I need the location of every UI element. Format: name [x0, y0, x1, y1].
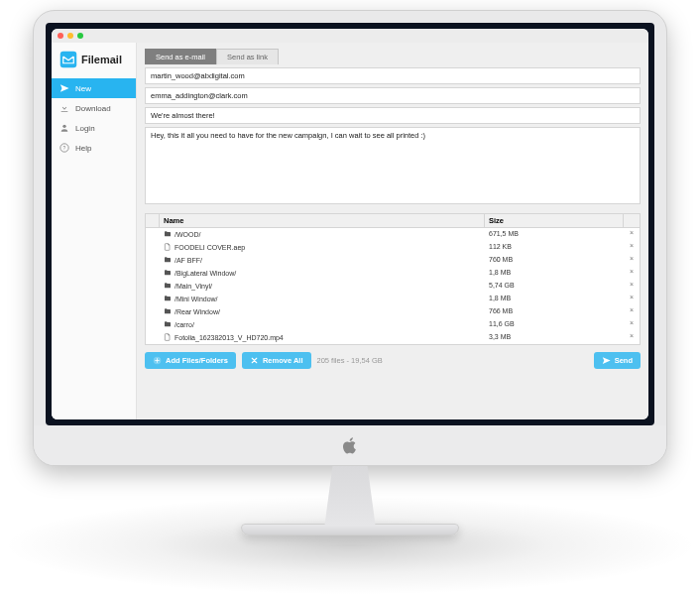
- plus-icon: [153, 356, 162, 365]
- folder-icon: [164, 307, 172, 316]
- filemail-logo-icon: [59, 51, 77, 68]
- paper-plane-icon: [602, 356, 611, 365]
- button-label: Send: [615, 356, 633, 365]
- from-field[interactable]: [145, 87, 641, 104]
- sidebar-item-label: Help: [75, 144, 91, 153]
- file-size: 3,3 MB: [485, 332, 624, 343]
- to-field[interactable]: [145, 67, 641, 84]
- sidebar: Filemail New Download Login: [52, 43, 137, 419]
- sidebar-item-label: New: [75, 84, 91, 93]
- close-icon[interactable]: [58, 33, 63, 39]
- table-row[interactable]: /Mini Window/1,8 MB×: [146, 293, 640, 305]
- folder-icon: [164, 320, 172, 329]
- folder-icon: [164, 295, 172, 303]
- tab-send-email[interactable]: Send as e-mail: [145, 49, 216, 64]
- file-size: 112 KB: [485, 242, 624, 253]
- folder-icon: [164, 230, 172, 239]
- file-icon: [164, 333, 172, 342]
- remove-row-button[interactable]: ×: [624, 306, 640, 317]
- sidebar-item-help[interactable]: ? Help: [52, 138, 136, 158]
- remove-row-button[interactable]: ×: [624, 242, 640, 253]
- maximize-icon[interactable]: [77, 33, 83, 39]
- file-name: /BigLateral Window/: [175, 270, 236, 277]
- file-name: /carro/: [175, 321, 194, 328]
- remove-row-button[interactable]: ×: [624, 281, 640, 292]
- main-panel: Send as e-mail Send as link Name: [137, 43, 648, 419]
- file-size: 1,8 MB: [485, 294, 624, 304]
- folder-icon: [164, 269, 172, 278]
- window-titlebar: [52, 29, 648, 43]
- table-row[interactable]: /WOOD/671,5 MB×: [146, 228, 640, 241]
- button-label: Add Files/Folders: [166, 356, 228, 365]
- file-name: /Rear Window/: [175, 308, 220, 315]
- imac-frame: Filemail New Download Login: [33, 10, 667, 536]
- remove-row-button[interactable]: ×: [624, 255, 640, 266]
- file-size: 11,6 GB: [485, 319, 624, 330]
- table-row[interactable]: /AF BFF/760 MB×: [146, 254, 640, 267]
- sidebar-item-new[interactable]: New: [52, 78, 136, 98]
- sidebar-item-download[interactable]: Download: [52, 98, 136, 118]
- file-size: 671,5 MB: [485, 229, 624, 240]
- sidebar-item-login[interactable]: Login: [52, 118, 136, 138]
- folder-icon: [164, 282, 172, 291]
- file-name: /Mini Window/: [175, 296, 218, 302]
- tab-send-link[interactable]: Send as link: [216, 49, 279, 64]
- brand-name: Filemail: [81, 54, 122, 65]
- file-size: 1,8 MB: [485, 268, 624, 279]
- add-files-button[interactable]: Add Files/Folders: [145, 352, 236, 369]
- file-size: 760 MB: [485, 255, 624, 266]
- table-row[interactable]: /carro/11,6 GB×: [146, 318, 640, 331]
- table-row[interactable]: FOODELI COVER.aep112 KB×: [146, 241, 640, 254]
- table-header: Name Size: [146, 214, 640, 228]
- svg-point-1: [62, 125, 65, 128]
- remove-row-button[interactable]: ×: [624, 332, 640, 343]
- download-icon: [59, 103, 69, 113]
- send-mode-tabs: Send as e-mail Send as link: [145, 49, 641, 64]
- file-summary: 205 files - 19,54 GB: [317, 356, 383, 365]
- file-name: /Main_Vinyl/: [175, 283, 212, 290]
- file-name: Fotolia_162382013_V_HD720.mp4: [175, 334, 284, 341]
- minimize-icon[interactable]: [67, 33, 73, 39]
- table-row[interactable]: /Rear Window/766 MB×: [146, 305, 640, 318]
- button-label: Remove All: [263, 356, 303, 365]
- apple-logo-icon: [340, 433, 360, 457]
- remove-row-button[interactable]: ×: [624, 294, 640, 304]
- col-size[interactable]: Size: [485, 214, 624, 227]
- file-name: FOODELI COVER.aep: [175, 244, 245, 251]
- remove-row-button[interactable]: ×: [624, 268, 640, 279]
- folder-icon: [164, 256, 172, 265]
- table-row[interactable]: Fotolia_162382013_V_HD720.mp43,3 MB×: [146, 331, 640, 344]
- file-name: /AF BFF/: [175, 257, 202, 264]
- col-name[interactable]: Name: [160, 214, 485, 227]
- footer-bar: Add Files/Folders Remove All 205 files -…: [145, 352, 641, 369]
- brand-logo: Filemail: [52, 43, 136, 78]
- remove-row-button[interactable]: ×: [624, 229, 640, 240]
- sidebar-item-label: Download: [75, 104, 111, 113]
- remove-row-button[interactable]: ×: [624, 319, 640, 330]
- file-size: 5,74 GB: [485, 281, 624, 292]
- paper-plane-icon: [59, 83, 69, 93]
- x-icon: [250, 356, 259, 365]
- user-icon: [59, 123, 69, 133]
- remove-all-button[interactable]: Remove All: [242, 352, 311, 369]
- file-size: 766 MB: [485, 306, 624, 317]
- files-table: Name Size /WOOD/671,5 MB×FOODELI COVER.a…: [145, 213, 641, 345]
- table-row[interactable]: /BigLateral Window/1,8 MB×: [146, 267, 640, 280]
- sidebar-item-label: Login: [75, 124, 95, 133]
- svg-text:?: ?: [63, 145, 66, 151]
- subject-field[interactable]: [145, 107, 641, 124]
- file-icon: [164, 243, 172, 252]
- help-icon: ?: [59, 143, 69, 153]
- table-row[interactable]: /Main_Vinyl/5,74 GB×: [146, 280, 640, 293]
- app-window: Filemail New Download Login: [52, 29, 648, 419]
- file-name: /WOOD/: [175, 231, 200, 238]
- message-field[interactable]: [145, 127, 641, 204]
- send-button[interactable]: Send: [594, 352, 641, 369]
